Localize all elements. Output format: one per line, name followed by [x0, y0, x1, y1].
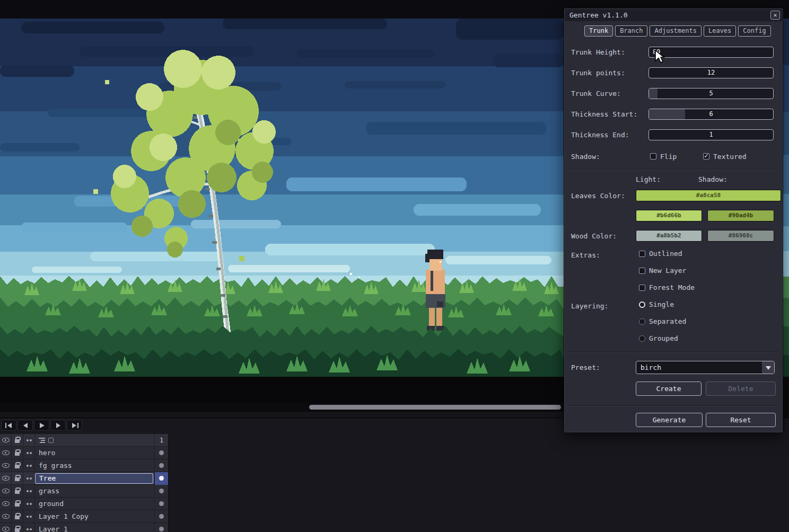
layer-visibility-toggle[interactable]	[0, 447, 12, 459]
slider-row: Trunk Curve: 5	[564, 88, 784, 100]
layer-row-fg-grass[interactable]: fg grass	[0, 459, 168, 472]
leaves-main-color-button[interactable]: #a8ca58	[636, 190, 781, 201]
layer-continuous-toggle[interactable]	[23, 447, 35, 459]
layer-row-tree[interactable]: Tree	[0, 472, 168, 485]
layer-name[interactable]: ground	[35, 498, 154, 510]
layer-visibility-toggle[interactable]	[0, 498, 12, 510]
continuous-column-toggle[interactable]	[23, 434, 35, 447]
layer-list-icon[interactable]	[39, 438, 45, 443]
tab-config[interactable]: Config	[738, 25, 770, 37]
dialog-title: Gentree v1.1.0	[569, 11, 628, 19]
new-layer-checkbox[interactable]	[639, 268, 645, 274]
create-button[interactable]: Create	[636, 382, 702, 396]
cel-indicator[interactable]	[154, 510, 168, 523]
timeline-header-row: 1	[0, 434, 168, 447]
eye-icon	[2, 527, 10, 531]
slider-row: Thickness Start: 6	[564, 109, 784, 120]
leaves-color-label: Leaves Color:	[571, 190, 625, 201]
layer-name[interactable]: Tree	[35, 473, 153, 484]
forest-mode-checkbox[interactable]	[639, 285, 645, 291]
empty-box-icon[interactable]	[48, 438, 54, 443]
layer-visibility-toggle[interactable]	[0, 472, 12, 485]
grouped-radio[interactable]	[639, 335, 645, 342]
layer-name[interactable]: hero	[35, 447, 154, 459]
layer-visibility-toggle[interactable]	[0, 459, 12, 472]
cel-indicator[interactable]	[154, 498, 168, 510]
cel-indicator[interactable]	[154, 485, 168, 498]
separator	[568, 352, 779, 353]
delete-button[interactable]: Delete	[706, 382, 776, 396]
slider-thickness-start[interactable]: 6	[648, 109, 774, 120]
separated-radio[interactable]	[639, 318, 645, 325]
timeline-gap	[0, 412, 564, 418]
layer-continuous-toggle[interactable]	[23, 523, 35, 532]
play-button[interactable]	[34, 420, 49, 431]
preset-combobox[interactable]: birch	[636, 361, 775, 374]
sprite-canvas[interactable]	[0, 19, 564, 377]
cel-indicator[interactable]	[154, 459, 168, 472]
layer-continuous-toggle[interactable]	[23, 498, 35, 510]
scrollbar-thumb[interactable]	[309, 405, 561, 410]
wood-light-color-button[interactable]: #a8b5b2	[636, 230, 702, 242]
layer-row-layer-1-copy[interactable]: Layer 1 Copy	[0, 510, 168, 523]
linked-cels-icon	[27, 490, 32, 492]
dialog-titlebar[interactable]: Gentree v1.1.0	[565, 9, 783, 21]
layer-continuous-toggle[interactable]	[23, 510, 35, 523]
layer-visibility-toggle[interactable]	[0, 523, 12, 532]
flip-checkbox[interactable]	[650, 153, 656, 159]
layer-name[interactable]: fg grass	[35, 459, 154, 472]
cel-dot	[159, 450, 164, 455]
reset-button[interactable]: Reset	[706, 413, 776, 427]
single-radio[interactable]	[639, 302, 645, 308]
tab-branch[interactable]: Branch	[615, 25, 647, 37]
horizontal-scrollbar[interactable]	[0, 403, 564, 412]
visibility-column-toggle[interactable]	[0, 434, 12, 447]
layer-lock-toggle[interactable]	[12, 510, 23, 523]
slider-label: Thickness End:	[571, 129, 629, 140]
cel-indicator[interactable]	[154, 447, 168, 459]
first-frame-button[interactable]	[1, 420, 16, 431]
layer-continuous-toggle[interactable]	[23, 459, 35, 472]
textured-checkbox[interactable]	[703, 153, 709, 159]
layer-continuous-toggle[interactable]	[23, 485, 35, 498]
tab-trunk[interactable]: Trunk	[584, 25, 613, 37]
cel-indicator[interactable]	[154, 472, 168, 485]
slider-trunk-curve[interactable]: 5	[648, 88, 774, 99]
layer-row-ground[interactable]: ground	[0, 498, 168, 510]
layer-name[interactable]: Layer 1 Copy	[35, 510, 154, 523]
previous-frame-button[interactable]	[17, 420, 33, 431]
layer-lock-toggle[interactable]	[12, 472, 23, 485]
last-frame-button[interactable]	[67, 420, 82, 431]
slider-thickness-end[interactable]: 1	[648, 129, 774, 140]
layer-lock-toggle[interactable]	[12, 498, 23, 510]
separator	[568, 405, 779, 406]
wood-shadow-color-button[interactable]: #86908c	[707, 230, 774, 242]
cel-indicator[interactable]	[154, 523, 168, 532]
leaves-light-color-button[interactable]: #b6d66b	[636, 210, 702, 221]
outlined-checkbox[interactable]	[639, 251, 645, 257]
layer-lock-toggle[interactable]	[12, 523, 23, 532]
dropdown-button[interactable]	[761, 361, 774, 374]
tab-leaves[interactable]: Leaves	[704, 25, 736, 37]
layer-visibility-toggle[interactable]	[0, 485, 12, 498]
slider-trunk-height[interactable]: 89	[648, 47, 774, 58]
layer-continuous-toggle[interactable]	[23, 472, 35, 485]
layer-row-grass[interactable]: grass	[0, 485, 168, 498]
layer-visibility-toggle[interactable]	[0, 510, 12, 523]
frame-number-header[interactable]: 1	[154, 434, 168, 447]
next-frame-button[interactable]	[50, 420, 66, 431]
generate-button[interactable]: Generate	[636, 413, 703, 427]
lock-column-toggle[interactable]	[12, 434, 23, 447]
layer-name[interactable]: grass	[35, 485, 154, 498]
leaves-shadow-color-button[interactable]: #90ad4b	[707, 210, 774, 221]
cel-dot	[159, 476, 164, 481]
layer-lock-toggle[interactable]	[12, 447, 23, 459]
layer-lock-toggle[interactable]	[12, 459, 23, 472]
layer-lock-toggle[interactable]	[12, 485, 23, 498]
layer-row-layer-1[interactable]: Layer 1	[0, 523, 168, 532]
slider-trunk-points[interactable]: 12	[648, 67, 774, 78]
layer-row-hero[interactable]: hero	[0, 447, 168, 459]
dialog-close-button[interactable]: ✕	[770, 11, 780, 20]
tab-adjustments[interactable]: Adjustments	[650, 25, 701, 37]
layer-name[interactable]: Layer 1	[35, 523, 154, 532]
